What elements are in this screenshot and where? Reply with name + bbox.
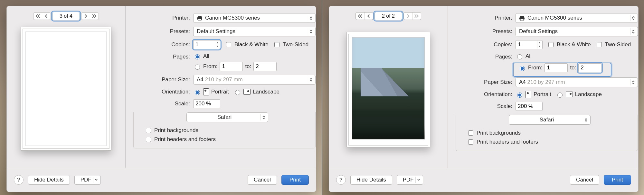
orientation-portrait-radio[interactable]: Portrait (516, 91, 551, 98)
pages-all-label: All (203, 53, 209, 59)
portrait-icon (203, 88, 209, 95)
app-options-box: Safari Print backgrounds P (133, 112, 316, 148)
pages-to-label: to: (570, 65, 576, 71)
print-dialog-left: 3 of 4 (6, 6, 316, 192)
print-button[interactable]: Print (604, 175, 631, 185)
copies-stepper[interactable]: ▲▼ (516, 40, 543, 49)
printer-select[interactable]: Canon MG5300 series (516, 13, 638, 23)
print-backgrounds-label: Print backgrounds (477, 130, 521, 136)
portrait-icon (526, 91, 531, 98)
two-sided-checkbox[interactable]: Two-Sided (595, 41, 631, 48)
pages-all-radio[interactable]: All (193, 53, 209, 59)
app-options-select[interactable]: Safari (186, 112, 268, 122)
app-options-value: Safari (217, 114, 232, 120)
print-backgrounds-checkbox[interactable]: Print backgrounds (467, 129, 632, 137)
svg-rect-2 (198, 19, 201, 21)
cancel-button[interactable]: Cancel (570, 175, 599, 185)
scale-input[interactable] (516, 102, 543, 111)
landscape-label: Landscape (253, 89, 279, 95)
black-white-checkbox[interactable]: Black & White (547, 41, 591, 48)
page-indicator[interactable]: 2 of 2 (374, 12, 402, 20)
help-button[interactable]: ? (336, 175, 346, 185)
chevrons-icon (308, 28, 314, 35)
nav-next-button[interactable] (81, 13, 90, 20)
pages-to-input[interactable] (253, 62, 277, 71)
paper-size-select[interactable]: A4 210 by 297 mm (193, 75, 316, 84)
nav-last-button[interactable] (412, 13, 421, 20)
print-backgrounds-checkbox[interactable]: Print backgrounds (145, 127, 310, 134)
print-headers-footers-label: Print headers and footers (477, 139, 538, 145)
landscape-icon (243, 89, 251, 95)
dialog-footer: ? Hide Details PDF Cancel Print (329, 168, 638, 192)
print-backgrounds-label: Print backgrounds (154, 127, 198, 134)
chevrons-icon (630, 28, 636, 35)
paper-size-ext: 210 by 297 mm (527, 79, 565, 85)
chevrons-icon (308, 15, 314, 21)
nav-prev-button[interactable] (364, 13, 373, 20)
pages-to-label: to: (245, 63, 251, 70)
cancel-button[interactable]: Cancel (248, 175, 277, 185)
paper-size-value: A4 (197, 76, 204, 83)
pages-from-radio[interactable]: From: to: (193, 62, 277, 71)
paper-size-value: A4 (519, 79, 526, 85)
print-button[interactable]: Print (281, 175, 309, 185)
pages-all-radio[interactable]: All (516, 53, 532, 59)
printer-value: Canon MG5300 series (205, 15, 260, 21)
paper-size-select[interactable]: A4 210 by 297 mm (516, 77, 638, 87)
hide-details-button[interactable]: Hide Details (350, 175, 392, 185)
pages-label: Pages: (126, 53, 193, 60)
orientation-portrait-radio[interactable]: Portrait (193, 88, 229, 95)
printer-icon (519, 16, 525, 20)
pages-from-input[interactable] (545, 63, 568, 72)
page-preview (348, 34, 428, 146)
print-headers-footers-checkbox[interactable]: Print headers and footers (145, 136, 310, 143)
dialog-footer: ? Hide Details PDF Cancel Print (7, 168, 316, 192)
printer-label: Printer: (448, 15, 516, 21)
black-white-checkbox[interactable]: Black & White (225, 41, 269, 48)
nav-first-button[interactable] (33, 13, 42, 20)
page-indicator[interactable]: 3 of 4 (52, 12, 80, 20)
black-white-label: Black & White (234, 41, 269, 48)
nav-prev-button[interactable] (42, 13, 51, 20)
orientation-landscape-radio[interactable]: Landscape (556, 91, 602, 98)
copies-label: Copies: (126, 41, 193, 48)
presets-value: Default Settings (519, 28, 558, 35)
stepper-arrows-icon[interactable]: ▲▼ (215, 41, 220, 49)
pages-all-label: All (526, 53, 532, 59)
two-sided-checkbox[interactable]: Two-Sided (273, 41, 308, 48)
pdf-menu-button[interactable]: PDF (74, 175, 101, 185)
pages-label: Pages: (448, 53, 516, 60)
nav-next-button[interactable] (404, 13, 412, 20)
scale-label: Scale: (448, 103, 516, 110)
print-dialog-right: 2 of 2 (329, 6, 639, 192)
pages-from-input[interactable] (220, 62, 243, 71)
pages-from-radio[interactable]: From: to: (516, 62, 604, 74)
svg-rect-0 (198, 16, 202, 17)
presets-select[interactable]: Default Settings (193, 27, 316, 36)
printer-select[interactable]: Canon MG5300 series (193, 13, 316, 23)
orientation-label: Orientation: (126, 89, 193, 95)
nav-first-button[interactable] (356, 13, 364, 20)
landscape-label: Landscape (575, 91, 602, 98)
preview-pane: 3 of 4 (7, 6, 126, 168)
chevrons-icon (308, 76, 314, 83)
copies-stepper[interactable]: ▲▼ (193, 40, 220, 49)
print-headers-footers-checkbox[interactable]: Print headers and footers (467, 138, 632, 146)
copies-label: Copies: (448, 41, 516, 48)
hide-details-button[interactable]: Hide Details (28, 175, 70, 185)
preview-nav: 2 of 2 (329, 12, 448, 20)
svg-rect-5 (520, 19, 524, 21)
scale-input[interactable] (193, 99, 220, 108)
orientation-landscape-radio[interactable]: Landscape (233, 89, 279, 95)
two-sided-label: Two-Sided (283, 41, 308, 48)
stepper-arrows-icon[interactable]: ▲▼ (537, 41, 542, 49)
app-options-select[interactable]: Safari (509, 115, 591, 125)
pages-to-input[interactable] (578, 63, 601, 72)
nav-last-button[interactable] (90, 13, 99, 20)
pdf-menu-button[interactable]: PDF (397, 175, 423, 185)
presets-select[interactable]: Default Settings (516, 27, 638, 36)
pages-from-label: From: (528, 65, 542, 71)
print-headers-footers-label: Print headers and footers (154, 136, 216, 143)
app-options-value: Safari (540, 117, 554, 123)
help-button[interactable]: ? (14, 175, 24, 185)
